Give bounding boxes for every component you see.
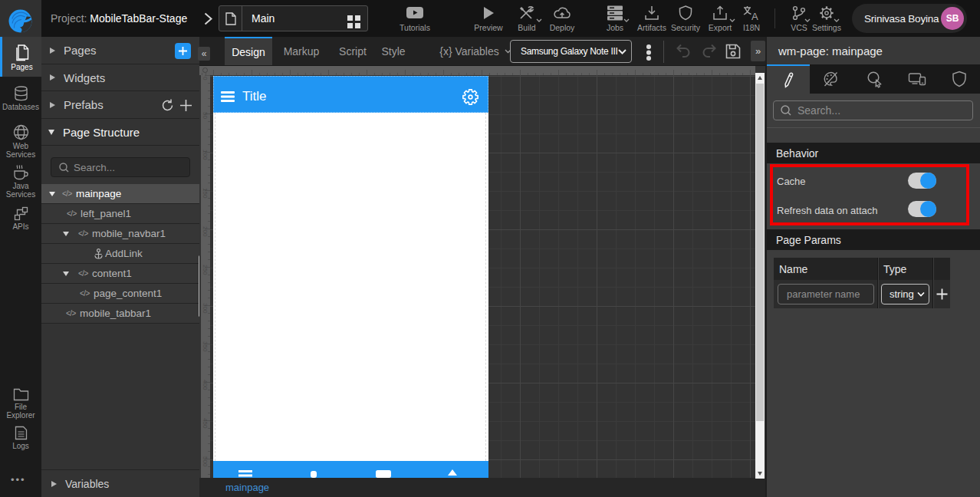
svg-text:A: A [751,11,758,21]
